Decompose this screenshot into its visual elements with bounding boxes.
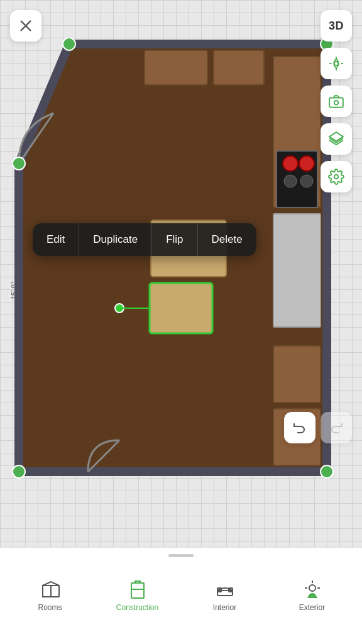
tab-exterior[interactable]: Exterior <box>268 574 356 617</box>
tab-interior[interactable]: Interior <box>181 574 268 617</box>
svg-rect-8 <box>145 50 207 85</box>
svg-point-6 <box>321 465 333 478</box>
svg-point-37 <box>309 585 315 591</box>
svg-point-29 <box>334 175 339 179</box>
svg-point-12 <box>283 156 298 171</box>
settings-button[interactable] <box>321 161 352 192</box>
camera-button[interactable] <box>321 86 352 117</box>
svg-point-13 <box>299 156 314 171</box>
tab-construction-label: Construction <box>116 603 158 612</box>
undo-button[interactable] <box>284 412 315 443</box>
svg-rect-16 <box>273 214 321 327</box>
bottom-bar: Rooms Construction Interior <box>0 547 362 644</box>
canvas-area[interactable]: 15' 0" 3D <box>0 0 362 547</box>
3d-view-button[interactable]: 3D <box>321 10 352 42</box>
3d-label: 3D <box>329 19 344 33</box>
context-menu: Edit Duplicate Flip Delete <box>33 223 256 256</box>
tab-rooms-label: Rooms <box>38 603 62 612</box>
svg-rect-9 <box>214 50 264 85</box>
right-toolbar: 3D <box>321 10 352 192</box>
context-menu-flip[interactable]: Flip <box>152 223 197 256</box>
svg-point-25 <box>334 62 339 66</box>
undo-redo-controls <box>284 412 352 443</box>
svg-point-14 <box>284 175 297 187</box>
svg-point-3 <box>13 157 25 170</box>
close-button[interactable] <box>10 10 41 42</box>
svg-rect-17 <box>273 346 321 402</box>
context-menu-delete[interactable]: Delete <box>198 223 256 256</box>
context-menu-duplicate[interactable]: Duplicate <box>79 223 152 256</box>
bottom-tabs: Rooms Construction Interior <box>0 560 362 644</box>
measurement-label: 15' 0" <box>10 282 18 299</box>
tab-exterior-label: Exterior <box>299 603 325 612</box>
redo-button[interactable] <box>321 412 352 443</box>
tab-interior-label: Interior <box>213 603 236 612</box>
tab-construction[interactable]: Construction <box>94 574 181 617</box>
svg-rect-20 <box>150 283 212 333</box>
bottom-handle <box>168 554 194 557</box>
svg-point-7 <box>13 465 25 478</box>
svg-rect-32 <box>131 583 144 598</box>
svg-point-27 <box>334 101 339 105</box>
layers-button[interactable] <box>321 123 352 155</box>
svg-rect-31 <box>43 586 51 597</box>
svg-rect-26 <box>329 98 343 108</box>
orbit-button[interactable] <box>321 48 352 79</box>
svg-point-4 <box>63 38 75 50</box>
context-menu-edit[interactable]: Edit <box>33 223 79 256</box>
tab-rooms[interactable]: Rooms <box>6 574 94 617</box>
svg-point-15 <box>300 175 313 187</box>
